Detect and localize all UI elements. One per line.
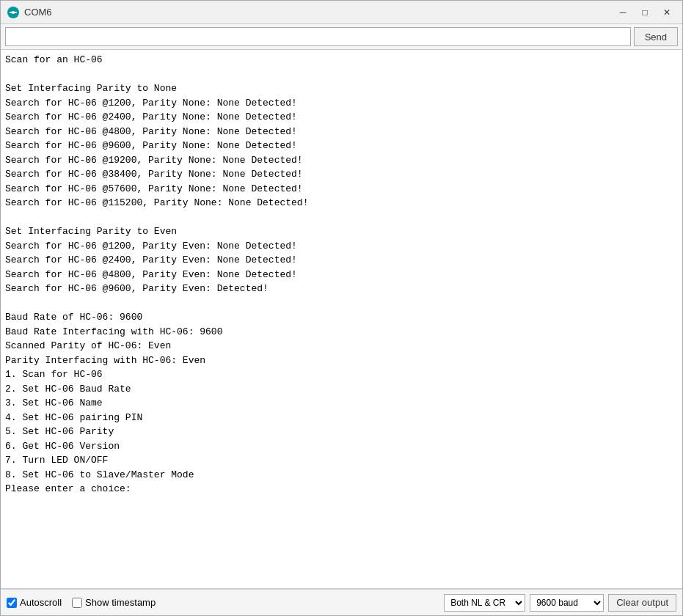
baud-rate-select[interactable]: 300 baud 1200 baud 2400 baud 4800 baud 9… bbox=[530, 594, 604, 612]
svg-point-1 bbox=[12, 11, 15, 14]
timestamp-label[interactable]: Show timestamp bbox=[72, 597, 156, 608]
status-bar-right: No line ending Newline Carriage return B… bbox=[444, 594, 676, 612]
line-ending-select[interactable]: No line ending Newline Carriage return B… bbox=[444, 594, 525, 612]
autoscroll-text: Autoscroll bbox=[20, 597, 62, 608]
send-button[interactable]: Send bbox=[634, 27, 678, 46]
timestamp-text: Show timestamp bbox=[85, 597, 156, 608]
window-title: COM6 bbox=[24, 7, 613, 18]
autoscroll-checkbox[interactable] bbox=[7, 598, 17, 608]
status-bar: Autoscroll Show timestamp No line ending… bbox=[1, 589, 682, 615]
input-bar: Send bbox=[1, 24, 682, 50]
minimize-button[interactable]: ─ bbox=[613, 5, 632, 20]
main-window: COM6 ─ □ ✕ Send Scan for an HC-06 Set In… bbox=[0, 0, 683, 616]
timestamp-checkbox[interactable] bbox=[72, 598, 82, 608]
status-bar-left: Autoscroll Show timestamp bbox=[7, 597, 438, 608]
maximize-button[interactable]: □ bbox=[635, 5, 654, 20]
output-area[interactable]: Scan for an HC-06 Set Interfacing Parity… bbox=[1, 50, 682, 589]
title-bar: COM6 ─ □ ✕ bbox=[1, 1, 682, 24]
clear-output-button[interactable]: Clear output bbox=[608, 594, 676, 612]
app-icon bbox=[7, 6, 20, 19]
autoscroll-label[interactable]: Autoscroll bbox=[7, 597, 62, 608]
serial-input[interactable] bbox=[5, 27, 631, 46]
output-wrapper: Scan for an HC-06 Set Interfacing Parity… bbox=[1, 50, 682, 589]
window-controls: ─ □ ✕ bbox=[613, 5, 676, 20]
close-button[interactable]: ✕ bbox=[657, 5, 676, 20]
